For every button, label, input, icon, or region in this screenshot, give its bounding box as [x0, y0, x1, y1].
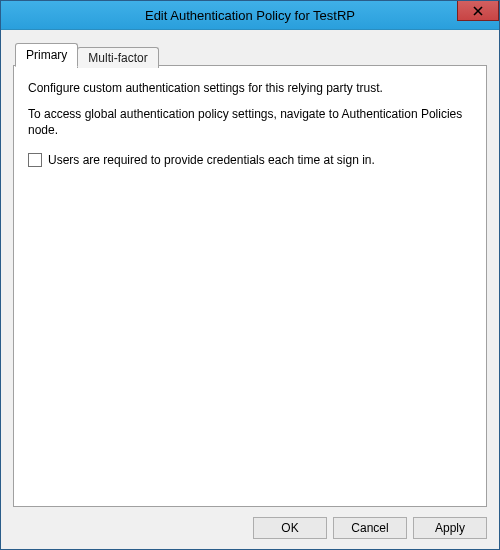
- tab-page-primary: Configure custom authentication settings…: [13, 65, 487, 507]
- tab-multifactor[interactable]: Multi-factor: [77, 47, 158, 68]
- tab-control: Primary Multi-factor Configure custom au…: [13, 42, 487, 507]
- description-text-1: Configure custom authentication settings…: [28, 80, 472, 96]
- tab-label: Multi-factor: [88, 51, 147, 65]
- description-text-2: To access global authentication policy s…: [28, 106, 472, 138]
- tab-label: Primary: [26, 48, 67, 62]
- client-area: Primary Multi-factor Configure custom au…: [1, 30, 499, 549]
- ok-button[interactable]: OK: [253, 517, 327, 539]
- dialog-button-row: OK Cancel Apply: [13, 507, 487, 539]
- tab-strip: Primary Multi-factor: [13, 42, 487, 66]
- button-label: OK: [281, 521, 298, 535]
- button-label: Apply: [435, 521, 465, 535]
- button-label: Cancel: [351, 521, 388, 535]
- apply-button[interactable]: Apply: [413, 517, 487, 539]
- close-button[interactable]: [457, 1, 499, 21]
- require-credentials-checkbox[interactable]: [28, 153, 42, 167]
- close-icon: [473, 6, 483, 16]
- cancel-button[interactable]: Cancel: [333, 517, 407, 539]
- window-title: Edit Authentication Policy for TestRP: [1, 8, 499, 23]
- titlebar: Edit Authentication Policy for TestRP: [1, 1, 499, 30]
- tab-primary[interactable]: Primary: [15, 43, 78, 67]
- require-credentials-label: Users are required to provide credential…: [48, 153, 375, 167]
- require-credentials-row: Users are required to provide credential…: [28, 153, 472, 167]
- dialog-window: Edit Authentication Policy for TestRP Pr…: [0, 0, 500, 550]
